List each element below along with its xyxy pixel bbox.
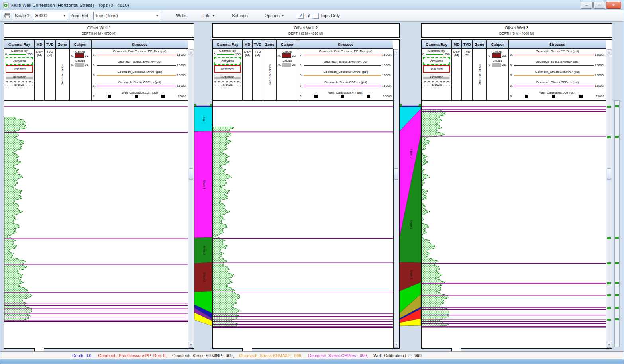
caliper-scale-row: 0.26. bbox=[487, 53, 508, 58]
bitsize-scale-row: 0.26. bbox=[70, 63, 91, 67]
stress-curve-line bbox=[97, 86, 176, 86]
stress-curve-legend: Geomech_Stress:SHMAXP (psi)0.15000. bbox=[92, 70, 188, 80]
panel-vertical-scrollbar[interactable]: ▲▼ bbox=[188, 49, 194, 348]
menu-item-options[interactable]: Options▼ bbox=[261, 12, 288, 19]
menu-bar: WellsFile▼SettingsOptions▼ bbox=[173, 12, 288, 19]
stress-curve-scale: 0.15000. bbox=[298, 74, 393, 77]
track-header-caliper[interactable]: Caliper bbox=[69, 40, 91, 49]
gamma-curve-line bbox=[426, 54, 444, 55]
menu-item-wells[interactable]: Wells bbox=[173, 12, 190, 19]
track-header-stresses[interactable]: Stresses bbox=[508, 40, 606, 49]
track-header-zone[interactable]: Zone bbox=[472, 40, 486, 49]
menu-item-file[interactable]: File▼ bbox=[200, 12, 218, 19]
track-header-md[interactable]: MD bbox=[242, 40, 252, 49]
scrollbar-up-arrow[interactable]: ▲ bbox=[607, 49, 611, 55]
stress-curve-min: 0. bbox=[510, 53, 513, 57]
scrollbar-down-arrow[interactable]: ▼ bbox=[394, 342, 398, 348]
gamma-curve-name: GammaRay bbox=[422, 49, 451, 53]
lith-legend-breccia: Breccia bbox=[423, 81, 450, 88]
track-header-stresses[interactable]: Stresses bbox=[91, 40, 188, 49]
scrollbar-down-arrow[interactable]: ▼ bbox=[607, 342, 611, 348]
track-header-label: TVD bbox=[46, 42, 54, 47]
zone-correlation-column-1[interactable]: SeaShale 1Shale 2Shale 3 bbox=[194, 100, 212, 347]
track-legend-md: DEP(M) bbox=[242, 49, 252, 101]
track-header-caliper[interactable]: Caliper bbox=[276, 40, 298, 49]
track-header-gamma[interactable]: Gamma Ray bbox=[4, 40, 34, 49]
track-header-tvd[interactable]: TVD bbox=[252, 40, 263, 49]
bitsize-max: 26. bbox=[85, 63, 89, 67]
stress-curve-max: 15000. bbox=[595, 53, 604, 57]
track-header-label: Caliper bbox=[74, 42, 86, 47]
well-panel-3: Offset Well 3DEPTH (0 M - 4800 M)Gamma R… bbox=[421, 23, 612, 349]
menu-item-settings[interactable]: Settings bbox=[229, 12, 251, 19]
stress-curve-legend: Geomech_Stress:OBPres (psi)0.15000. bbox=[298, 80, 393, 90]
track-header-label: MD bbox=[245, 42, 251, 47]
depth-unit-label: (M) bbox=[253, 53, 263, 57]
fit-checkbox[interactable]: ✓ Fit bbox=[298, 13, 310, 19]
scale-value: 30000 bbox=[35, 13, 47, 18]
zone-set-combo[interactable]: Tops (Tops) ▼ bbox=[93, 12, 161, 20]
minimize-button[interactable]: – bbox=[581, 2, 593, 9]
scrollbar-thumb[interactable] bbox=[607, 168, 611, 180]
scrollbar-up-arrow[interactable]: ▲ bbox=[189, 49, 193, 55]
stress-curve-min: 0. bbox=[93, 74, 96, 77]
track-log-gamma[interactable] bbox=[213, 101, 242, 348]
track-header-stresses[interactable]: Stresses bbox=[298, 40, 393, 49]
tops-only-checkbox-box bbox=[313, 13, 319, 19]
tops-only-checkbox[interactable]: Tops Only bbox=[313, 13, 340, 19]
track-header-md[interactable]: MD bbox=[34, 40, 44, 49]
stress-curve-legend: Well_Calibration:FIT (psi)015000 bbox=[298, 90, 393, 101]
zone-set-label: Zone Set : bbox=[71, 13, 91, 18]
close-button[interactable]: ✕ bbox=[606, 2, 621, 9]
calibration-square-icon bbox=[552, 95, 555, 98]
track-header-tvd[interactable]: TVD bbox=[44, 40, 55, 49]
right-zone-marker-strip[interactable] bbox=[614, 100, 620, 347]
track-header-tvd[interactable]: TVD bbox=[461, 40, 472, 49]
panel-vertical-scrollbar[interactable]: ▲▼ bbox=[393, 49, 399, 348]
caliper-swatch bbox=[492, 53, 501, 58]
lith-legend-anhydrite: Anhydrite bbox=[423, 57, 450, 65]
track-legend-stresses: Geomech_Stress:PP_Dex (psi)0.15000.Geome… bbox=[508, 49, 606, 101]
caliper-curve-name: Caliper bbox=[70, 50, 91, 53]
calibration-point-symbols bbox=[513, 95, 594, 98]
scrollbar-down-arrow[interactable]: ▼ bbox=[189, 342, 193, 348]
fit-label: Fit bbox=[305, 13, 310, 18]
stress-curve-max: 15000. bbox=[177, 74, 186, 77]
gamma-max: 150. bbox=[235, 53, 241, 56]
track-header-gamma[interactable]: Gamma Ray bbox=[422, 40, 451, 49]
track-log-gamma[interactable] bbox=[4, 101, 34, 348]
zone-top-marker bbox=[607, 307, 611, 309]
zone-top-marker bbox=[607, 136, 611, 138]
stress-curve-name: Well_Calibration:LOT (psi) bbox=[92, 91, 188, 94]
stress-curve-name: Geomech_PorePressure:PP_Dex (psi) bbox=[298, 49, 393, 53]
calibration-point-symbols bbox=[96, 95, 176, 98]
panel-vertical-scrollbar[interactable]: ▲▼ bbox=[606, 49, 612, 348]
track-log-gamma[interactable] bbox=[422, 101, 451, 348]
stress-curve-legend: Geomech_Stress:SHMINP (psi)0.15000. bbox=[298, 59, 393, 70]
well-depth-range: DEPTH (0 M - 4810 M) bbox=[213, 31, 399, 35]
stress-curve-max: 15000 bbox=[383, 94, 392, 98]
scrollbar-thumb[interactable] bbox=[394, 168, 398, 180]
caliper-max: 26. bbox=[292, 54, 296, 57]
fit-checkbox-box: ✓ bbox=[298, 13, 304, 19]
track-legend-zone: Geomechanics bbox=[472, 49, 486, 101]
track-header-zone[interactable]: Zone bbox=[55, 40, 69, 49]
caliper-swatch bbox=[75, 53, 84, 58]
stress-curve-max: 15000. bbox=[595, 63, 604, 67]
stress-curve-line bbox=[514, 75, 594, 76]
track-header-md[interactable]: MD bbox=[451, 40, 461, 49]
track-header-gamma[interactable]: Gamma Ray bbox=[213, 40, 242, 49]
lith-legend-bentonite: Bentonite bbox=[6, 74, 33, 80]
scrollbar-thumb[interactable] bbox=[189, 168, 193, 180]
scrollbar-up-arrow[interactable]: ▲ bbox=[394, 49, 398, 55]
print-button[interactable] bbox=[2, 11, 12, 20]
maximize-button[interactable]: □ bbox=[593, 2, 605, 9]
track-header-caliper[interactable]: Caliper bbox=[486, 40, 508, 49]
gamma-min: 0. bbox=[422, 53, 425, 56]
zone-correlation-column-2[interactable]: Shale 1Shale 2Shale 3 bbox=[400, 100, 421, 347]
track-header-zone[interactable]: Zone bbox=[263, 40, 276, 49]
lith-legend-basement: Basement bbox=[214, 65, 241, 73]
scale-combo[interactable]: 30000 ▼ bbox=[33, 12, 68, 20]
stress-curve-max: 15000. bbox=[382, 84, 392, 88]
menu-item-label: Wells bbox=[176, 13, 187, 18]
